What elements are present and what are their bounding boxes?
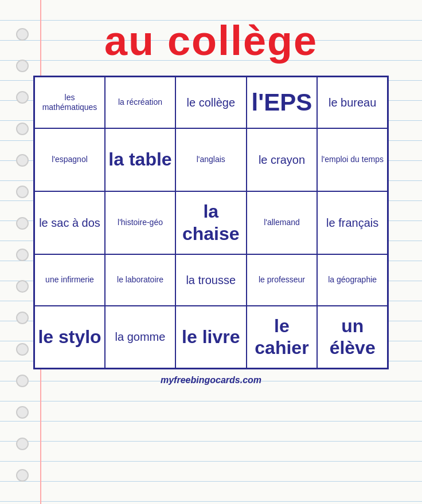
bingo-cell: la trousse [175,254,247,306]
bingo-cell: la chaise [175,191,247,254]
bingo-cell: l'emploi du temps [317,128,388,191]
page-title: au collège [104,17,318,64]
bingo-cell: la gomme [105,306,175,369]
bingo-cell: l'anglais [175,128,247,191]
bingo-cell: le livre [175,306,247,369]
bingo-cell: une infirmerie [34,254,106,306]
bingo-cell: la récréation [105,77,175,128]
bingo-cell: la table [105,128,175,191]
bingo-cell: l'histoire-géo [105,191,175,254]
bingo-cell: le cahier [247,306,318,369]
table-row: les mathématiquesla récréationle collège… [34,77,388,128]
bingo-cell: le collège [175,77,247,128]
bingo-cell: un élève [317,306,388,369]
bingo-cell: l'EPS [247,77,318,128]
bingo-cell: le bureau [317,77,388,128]
bingo-cell: le crayon [247,128,318,191]
bingo-cell: le professeur [247,254,318,306]
table-row: le stylola gommele livrele cahierun élèv… [34,306,388,369]
footer-text: myfreebingocards.com [161,375,261,385]
bingo-cell: les mathématiques [34,77,106,128]
bingo-cell: le sac à dos [34,191,106,254]
bingo-cell: la géographie [317,254,388,306]
bingo-cell: le laboratoire [105,254,175,306]
bingo-cell: le français [317,191,388,254]
table-row: l'espagnolla tablel'anglaisle crayonl'em… [34,128,388,191]
bingo-grid: les mathématiquesla récréationle collège… [33,76,389,369]
table-row: une infirmeriele laboratoirela troussele… [34,254,388,306]
bingo-cell: l'allemand [247,191,318,254]
bingo-cell: le stylo [34,306,106,369]
bingo-cell: l'espagnol [34,128,106,191]
page-content: au collège les mathématiquesla récréatio… [0,0,422,504]
table-row: le sac à dosl'histoire-géola chaisel'all… [34,191,388,254]
